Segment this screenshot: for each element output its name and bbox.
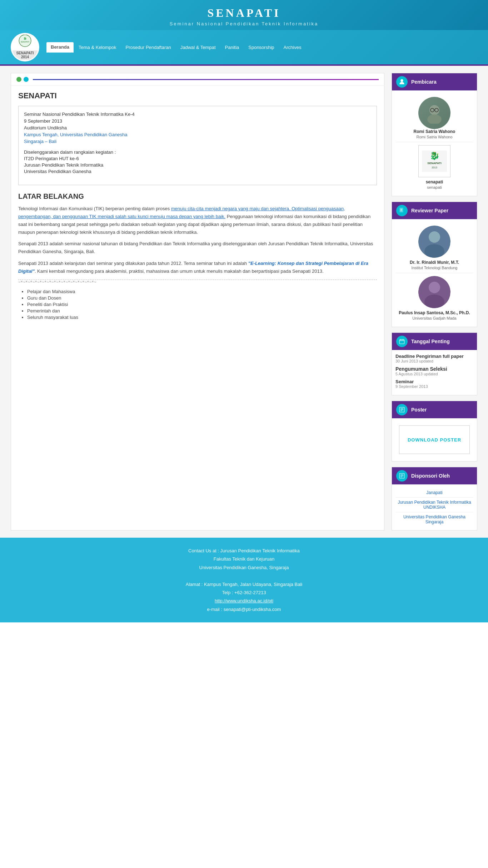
header-top: SENAPATI Seminar Nasional Pendidikan Tek… (0, 0, 488, 30)
sponsor-1[interactable]: Jurusan Pendidikan Teknik Informatika UN… (395, 498, 473, 512)
poster-card: Poster DOWNLOAD POSTER (392, 401, 477, 462)
person-icon (396, 76, 408, 88)
para3-prefix: Senapati 2013 adalah kelanjutan dari sem… (18, 261, 248, 266)
separator: ~*~*~*~*~*~*~*~*~*~*~*~*~*~*~*~*~ (18, 280, 377, 285)
svg-text:🐉: 🐉 (24, 37, 27, 40)
svg-point-21 (429, 282, 440, 293)
reviewer-2-photo (418, 276, 450, 308)
nav-item-sponsorship[interactable]: Sponsorship (244, 43, 278, 52)
nav-area: Beranda Tema & Kelompok Prosedur Pendaft… (46, 42, 477, 53)
pembicara-title: Pembicara (411, 79, 437, 85)
sponsor-2[interactable]: Universitas Pendidikan Ganesha Singaraja (395, 512, 473, 527)
event-line2: 9 September 2013 (24, 118, 371, 124)
poster-body: DOWNLOAD POSTER (392, 418, 477, 461)
nav-item-beranda[interactable]: Beranda (46, 42, 74, 53)
para1: Teknologi Informasi dan Komunikasi (TIK)… (18, 205, 377, 236)
reviewer-title: Reviewer Paper (411, 208, 448, 213)
download-poster-btn[interactable]: DOWNLOAD POSTER (408, 437, 461, 443)
speaker-2-sub: senapati (395, 185, 473, 189)
svg-point-5 (427, 114, 442, 124)
pembicara-card: Pembicara Romi Satria Wahono (392, 73, 477, 196)
svg-text:SENAPATI: SENAPATI (427, 162, 441, 165)
svg-point-3 (400, 79, 403, 82)
reviewer-1: Dr. Ir. Rinaldi Munir, M.T. Institut Tek… (395, 223, 473, 273)
sponsor-0[interactable]: Janapati (395, 488, 473, 498)
para1-link[interactable]: menuju cita-cita menjadi negara yang maj… (18, 206, 345, 219)
reviewer-1-avatar (418, 226, 450, 258)
target-2: Peneliti dan Praktisi (27, 302, 377, 307)
nav-item-tema[interactable]: Tema & Kelompok (74, 43, 121, 52)
nav-item-prosedur[interactable]: Prosedur Pendaftaran (121, 43, 175, 52)
nav-item-archives[interactable]: Archives (279, 43, 306, 52)
target-3: Pemerintah dan (27, 308, 377, 314)
logo-nav-bar: 🐉 SENAPATI SENAPATI 2014 Beranda Tema & … (0, 30, 488, 64)
footer: Contact Us at : Jurusan Pendidikan Tekni… (0, 538, 488, 622)
pembicara-body: Romi Satria Wahono Romi Satria Wahono 🐉 … (392, 90, 477, 196)
reviewer-card: Reviewer Paper Dr. Ir. Rinaldi Munir, M.… (392, 202, 477, 327)
nav-menu: Beranda Tema & Kelompok Prosedur Pendaft… (46, 42, 477, 53)
reviewer-2-name: Paulus Insap Santosa, M.Sc., Ph.D. (395, 310, 473, 315)
reviewer-2-avatar (418, 276, 450, 308)
footer-website-link[interactable]: http://www.undiksha.ac.id/pti (215, 598, 273, 603)
main-container: SENAPATI Seminar Nasional Pendidikan Tek… (0, 66, 488, 538)
poster-icon (396, 404, 408, 415)
speaker-1-avatar (424, 102, 445, 124)
reviewer-1-affiliation: Institut Teknologi Bandung (395, 266, 473, 270)
tanggal-body: Deadline Pengiriman full paper 30 Juni 2… (392, 350, 477, 395)
section-latar: LATAR BELAKANG (18, 192, 377, 201)
footer-faculty: Fakultas Teknik dan Kejuruan (7, 555, 481, 563)
para3-suffix: . Kami kembali mengundang para akademisi… (35, 268, 324, 274)
tanggal-title: Tanggal Penting (411, 339, 450, 344)
target-1: Guru dan Dosen (27, 295, 377, 301)
target-4: Seluruh masyarakat luas (27, 315, 377, 320)
tanggal-card: Tanggal Penting Deadline Pengiriman full… (392, 332, 477, 395)
tanggal-item-2: Seminar 9 September 2013 (395, 379, 473, 389)
senapati-logo: 🐉 SENAPATI 2013 (422, 151, 447, 172)
footer-telp: Telp : +62-362-27213 (7, 588, 481, 597)
svg-point-18 (429, 231, 440, 243)
reviewer-body: Dr. Ir. Rinaldi Munir, M.T. Institut Tek… (392, 219, 477, 327)
reviewer-1-name: Dr. Ir. Rinaldi Munir, M.T. (395, 260, 473, 265)
target-list: Pelajar dan Mahasiswa Guru dan Dosen Pen… (27, 289, 377, 320)
content-inner: SENAPATI Seminar Nasional Pendidikan Tek… (11, 86, 384, 326)
event-line3: Auditorium Undiksha (24, 125, 371, 130)
reviewer-2: Paulus Insap Santosa, M.Sc., Ph.D. Unive… (395, 273, 473, 323)
sponsor-icon (396, 470, 408, 482)
logo-box: 🐉 SENAPATI SENAPATI 2014 (11, 33, 39, 61)
pembicara-header: Pembicara (392, 73, 477, 90)
event-line5: Singaraja – Bali (24, 139, 371, 144)
content-top-bar (11, 73, 384, 86)
sponsor-body: Janapati Jurusan Pendidikan Teknik Infor… (392, 484, 477, 530)
content-bar-line (33, 79, 379, 80)
sponsor-card: Disponsori Oleh Janapati Jurusan Pendidi… (392, 467, 477, 531)
event-line1: Seminar Nasional Pendidikan Teknik Infor… (24, 112, 371, 117)
activity-2: Jurusan Pendidikan Teknik Informatika (24, 162, 371, 168)
tanggal-date-1: 5 Agustus 2013 updated (395, 372, 473, 376)
svg-rect-23 (399, 340, 404, 344)
tanggal-label-1: Pengumuman Seleksi (395, 366, 473, 372)
speaker-1-sub: Romi Satria Wahono (395, 135, 473, 139)
reviewer-1-photo (418, 226, 450, 258)
speaker-2: 🐉 SENAPATI 2013 senapati senapati (395, 142, 473, 192)
content-title: SENAPATI (18, 91, 377, 100)
event-info: Seminar Nasional Pendidikan Teknik Infor… (24, 112, 371, 144)
senapati-logo-box: 🐉 SENAPATI 2013 (418, 145, 450, 177)
nav-item-panitia[interactable]: Panitia (221, 43, 244, 52)
site-title: SENAPATI (0, 6, 488, 20)
logo-inner: 🐉 SENAPATI SENAPATI 2014 (13, 35, 38, 60)
content-box: Seminar Nasional Pendidikan Teknik Infor… (18, 106, 377, 185)
tanggal-item-1: Pengumuman Seleksi 5 Agustus 2013 update… (395, 366, 473, 376)
nav-item-jadwal[interactable]: Jadwal & Tempat (176, 43, 220, 52)
footer-website[interactable]: http://www.undiksha.ac.id/pti (7, 597, 481, 605)
tanggal-label-0: Deadline Pengiriman full paper (395, 354, 473, 359)
event-line4: Kampus Tengah, Universitas Pendidikan Ga… (24, 132, 371, 137)
tanggal-header: Tanggal Penting (392, 333, 477, 350)
poster-header: Poster (392, 401, 477, 418)
footer-contact: Contact Us at : Jurusan Pendidikan Tekni… (7, 547, 481, 555)
svg-text:2013: 2013 (432, 166, 437, 169)
dot-green (16, 77, 21, 82)
reviewer-2-affiliation: Universitas Gadjah Mada (395, 316, 473, 320)
sponsor-header: Disponsori Oleh (392, 467, 477, 484)
activity-1: IT2D Peringatan HUT ke-6 (24, 156, 371, 161)
speaker-1-photo (418, 97, 450, 129)
